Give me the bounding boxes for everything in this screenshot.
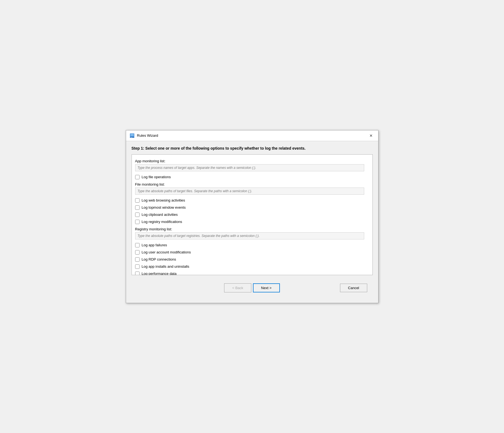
label-log-registry-modifications: Log registry modifications	[142, 220, 182, 224]
title-bar-title: Rules Wizard	[137, 133, 158, 138]
checkbox-item-web: Log web browsing activities	[135, 197, 369, 204]
checkbox-log-installs[interactable]	[135, 264, 140, 269]
checkbox-log-rdp[interactable]	[135, 257, 140, 262]
button-row: < Back Next > Cancel	[132, 275, 373, 298]
label-log-topmost-window: Log topmost window events	[142, 205, 186, 209]
checkbox-item-rdp: Log RDP connections	[135, 256, 369, 263]
checkbox-item-performance: Log performance data	[135, 270, 369, 275]
label-log-file-operations: Log file operations	[142, 175, 171, 179]
svg-rect-1	[130, 134, 134, 136]
checkbox-log-app-failures[interactable]	[135, 243, 140, 247]
checkbox-log-performance[interactable]	[135, 272, 140, 275]
app-monitoring-input[interactable]	[135, 164, 364, 171]
wizard-icon	[129, 133, 135, 138]
checkbox-item-app-failures: Log app failures	[135, 242, 369, 249]
options-panel[interactable]: App monitoring list: Log file operations…	[132, 154, 373, 275]
label-log-web-browsing: Log web browsing activities	[142, 198, 185, 202]
checkbox-log-web-browsing[interactable]	[135, 198, 140, 203]
app-monitoring-label: App monitoring list:	[135, 159, 369, 163]
back-button[interactable]: < Back	[224, 283, 251, 292]
label-log-user-account: Log user account modifications	[142, 250, 191, 254]
file-monitoring-input[interactable]	[135, 188, 364, 195]
svg-rect-4	[132, 137, 132, 138]
checkbox-item-file-ops: Log file operations	[135, 174, 369, 181]
label-log-rdp: Log RDP connections	[142, 257, 176, 261]
checkbox-log-user-account[interactable]	[135, 250, 140, 255]
window-content: Step 1: Select one or more of the follow…	[126, 141, 378, 303]
checkbox-item-topmost: Log topmost window events	[135, 204, 369, 211]
checkbox-item-clipboard: Log clipboard activities	[135, 211, 369, 218]
checkbox-log-file-operations[interactable]	[135, 175, 140, 179]
label-log-performance: Log performance data	[142, 272, 177, 275]
nav-buttons: < Back Next >	[224, 283, 280, 292]
label-log-installs: Log app installs and uninstalls	[142, 264, 189, 269]
checkbox-log-clipboard[interactable]	[135, 213, 140, 217]
step-heading: Step 1: Select one or more of the follow…	[132, 146, 373, 150]
cancel-button[interactable]: Cancel	[340, 284, 367, 292]
next-button[interactable]: Next >	[253, 283, 280, 292]
svg-rect-3	[131, 137, 131, 138]
registry-monitoring-label: Registry monitoring list:	[135, 227, 369, 231]
close-button[interactable]: ✕	[367, 133, 375, 139]
title-bar-left: Rules Wizard	[129, 133, 158, 138]
title-bar: Rules Wizard ✕	[126, 130, 378, 141]
checkbox-item-registry: Log registry modifications	[135, 218, 369, 225]
rules-wizard-window: Rules Wizard ✕ Step 1: Select one or mor…	[126, 130, 378, 303]
checkbox-log-topmost-window[interactable]	[135, 205, 140, 210]
checkbox-item-installs: Log app installs and uninstalls	[135, 263, 369, 270]
label-log-app-failures: Log app failures	[142, 243, 167, 247]
label-log-clipboard: Log clipboard activities	[142, 213, 178, 217]
checkbox-log-registry-modifications[interactable]	[135, 220, 140, 224]
registry-monitoring-input[interactable]	[135, 232, 364, 239]
checkbox-item-user-account: Log user account modifications	[135, 249, 369, 256]
file-monitoring-label: File monitoring list:	[135, 182, 369, 186]
